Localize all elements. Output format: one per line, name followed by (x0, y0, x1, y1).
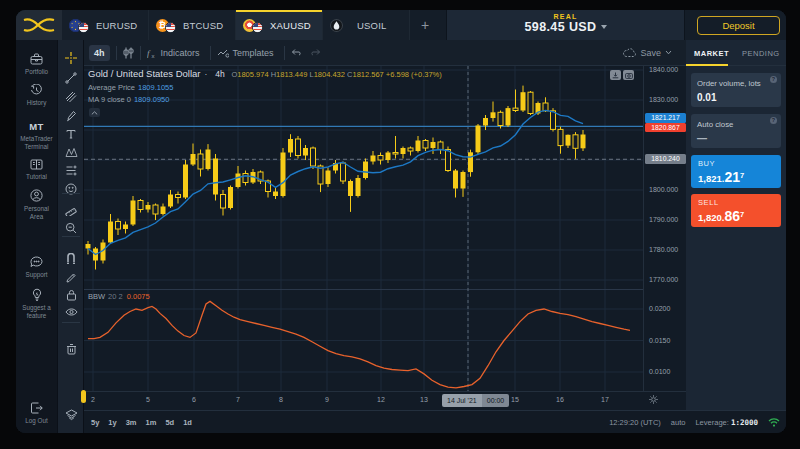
crosshair-icon (64, 51, 78, 65)
tool-pattern[interactable] (58, 144, 84, 160)
tool-emoji[interactable] (58, 181, 84, 197)
tool-trendline[interactable] (58, 70, 84, 86)
time-axis-label: 17 (601, 396, 609, 403)
tool-tree[interactable] (58, 407, 84, 423)
instrument-tab-xauusd[interactable]: XAUUSD (236, 10, 323, 40)
chart-toolbar: 4h f x Indicators Templates (84, 40, 686, 66)
range-buttons: 5y1y3m1m5d1d (91, 418, 192, 427)
tab-pending[interactable]: PENDING (742, 40, 780, 66)
collapse-legend-button[interactable] (89, 108, 100, 117)
chat-icon (16, 256, 57, 268)
range-button-1d[interactable]: 1d (183, 418, 192, 427)
tool-brush[interactable] (58, 108, 84, 124)
instrument-tab-eurusd[interactable]: EURUSD (62, 10, 149, 40)
tool-crosshair[interactable] (58, 50, 84, 66)
sidebar-item-metatrader-terminal[interactable]: MTMetaTraderTerminal (16, 121, 57, 150)
chart-area[interactable]: Gold / United States Dollar·4h O1805.974… (84, 66, 686, 391)
candle (573, 132, 578, 159)
sell-button[interactable]: SELL 1,820.867 (691, 194, 781, 227)
tool-fib[interactable] (58, 89, 84, 105)
candle (213, 154, 218, 201)
price-scale[interactable]: 1840.0001830.0001820.0001810.0001800.000… (643, 66, 686, 391)
range-button-5y[interactable]: 5y (91, 418, 99, 427)
timeframe-button[interactable]: 4h (89, 45, 110, 61)
order-panel-tabs: MARKET PENDING (686, 40, 786, 66)
top-bar: EURUSD₿BTCUSDXAUUSDUSOIL+ REAL 598.45 US… (16, 10, 786, 40)
tool-eye[interactable] (58, 304, 84, 320)
sidebar-item-suggest-a-feature[interactable]: Suggest afeature (16, 288, 57, 319)
sidebar-item-portfolio[interactable]: Portfolio (16, 53, 57, 76)
sidebar-item-label: History (16, 99, 57, 107)
account-selector[interactable]: REAL 598.45 USD (446, 10, 685, 40)
sidebar-item-support[interactable]: Support (16, 256, 57, 279)
cloud-icon (623, 48, 636, 58)
tab-market[interactable]: MARKET (694, 40, 729, 66)
candle (461, 171, 466, 197)
instrument-tab-usoil[interactable]: USOIL (323, 10, 410, 40)
sidebar-item-label: Portfolio (16, 68, 57, 76)
order-volume-field[interactable]: Order volume, lots 0.01 ? (691, 73, 781, 107)
redo-icon (310, 48, 321, 57)
templates-button[interactable]: Templates (217, 40, 274, 65)
brush-icon (65, 110, 77, 122)
sidebar-item-log-out[interactable]: Log Out (16, 402, 57, 425)
sidebar: PortfolioHistoryMTMetaTraderTerminalTuto… (16, 40, 57, 433)
time-axis[interactable]: 14 Jul '2100:00 2567891213151617 (84, 391, 686, 410)
time-axis-label: 9 (325, 396, 329, 403)
indicators-button[interactable]: f x Indicators (147, 40, 200, 65)
range-button-5d[interactable]: 5d (165, 418, 174, 427)
time-axis-label: 16 (556, 396, 564, 403)
save-layout-button[interactable]: Save (623, 40, 672, 65)
eur-flag-icon (69, 18, 91, 33)
tool-ruler[interactable] (58, 202, 84, 218)
logo-zone[interactable] (16, 10, 62, 40)
candle (491, 102, 496, 122)
indicator-scale-label: 0.0150 (644, 337, 687, 344)
undo-button[interactable] (291, 48, 302, 57)
help-icon[interactable]: ? (770, 76, 777, 83)
sidebar-item-tutorial[interactable]: Tutorial (16, 159, 57, 181)
trading-terminal-window: EURUSD₿BTCUSDXAUUSDUSOIL+ REAL 598.45 US… (16, 10, 786, 433)
mt-icon: MT (16, 121, 57, 132)
scroll-pill[interactable] (81, 390, 86, 403)
range-button-3m[interactable]: 3m (126, 418, 137, 427)
tool-forecast[interactable] (58, 162, 84, 178)
exness-logo-icon (22, 17, 56, 33)
add-instrument-button[interactable]: + (410, 10, 440, 40)
buy-button[interactable]: BUY 1,821.217 (691, 155, 781, 188)
svg-text:f: f (147, 48, 151, 58)
sidebar-item-history[interactable]: History (16, 84, 57, 107)
candle (296, 136, 301, 159)
indicator-scale-label: 0.0100 (644, 368, 687, 375)
tool-text[interactable] (58, 126, 84, 142)
instrument-tab-btcusd[interactable]: ₿BTCUSD (149, 10, 236, 40)
screenshot-button[interactable] (623, 70, 634, 80)
download-chart-button[interactable] (610, 70, 621, 80)
help-icon[interactable]: ? (770, 117, 777, 124)
tool-lock[interactable] (58, 287, 84, 303)
timezone-mode[interactable]: auto (671, 418, 686, 427)
price-scale-label: 1800.000 (644, 186, 687, 193)
candle (438, 141, 443, 155)
tool-magnet[interactable] (58, 251, 84, 267)
range-button-1m[interactable]: 1m (146, 418, 157, 427)
axis-settings-gear-icon[interactable] (649, 395, 658, 404)
time-axis-label: 6 (192, 396, 196, 403)
range-button-1y[interactable]: 1y (108, 418, 116, 427)
redo-button[interactable] (310, 48, 321, 57)
tool-edit[interactable] (58, 270, 84, 286)
trash-icon (66, 343, 77, 355)
candle (393, 136, 398, 159)
chevron-down-icon (601, 25, 607, 29)
candle (363, 159, 368, 180)
auto-close-field[interactable]: Auto close — ? (691, 114, 781, 148)
chart-style-button[interactable] (123, 40, 134, 65)
deposit-button[interactable]: Deposit (697, 16, 780, 35)
tool-zoom[interactable] (58, 220, 84, 236)
trendline-icon (65, 72, 77, 84)
zoom-icon (65, 222, 77, 234)
tool-trash[interactable] (58, 341, 84, 357)
symbol-title: Gold / United States Dollar·4h O1805.974… (88, 68, 442, 79)
candle (116, 219, 121, 236)
sidebar-item-personal-area[interactable]: PersonalArea (16, 189, 57, 220)
